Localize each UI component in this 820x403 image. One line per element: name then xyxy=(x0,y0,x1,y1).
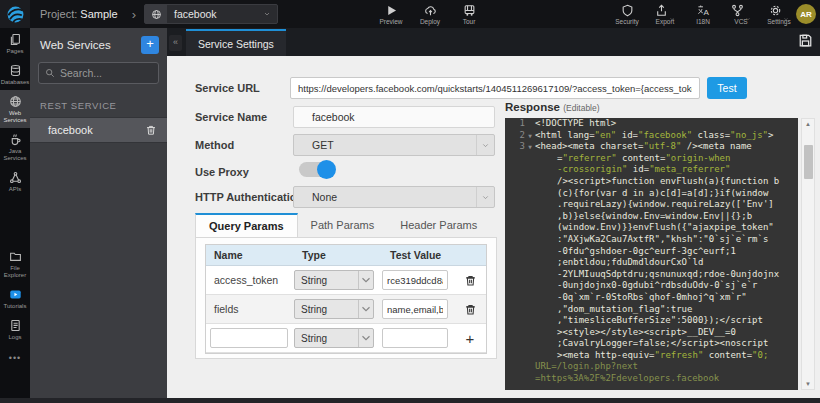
fold-gutter xyxy=(525,234,535,246)
action-label: Export xyxy=(656,18,675,25)
user-avatar[interactable]: AR xyxy=(796,4,816,24)
code-line: -0q`xm`r-0StoRbs`qhof-0mhoj^q`xm`r" xyxy=(505,292,798,304)
add-param-button[interactable]: + xyxy=(466,330,475,347)
wavemaker-logo-icon xyxy=(6,5,25,24)
fold-gutter xyxy=(525,176,535,188)
param-test-value-input[interactable] xyxy=(382,328,448,348)
rail-item-web-services[interactable]: Web Services xyxy=(0,90,30,128)
scroll-down-arrow[interactable]: ▼ xyxy=(802,381,814,387)
code-line: (c){for(var d in a)c[d]=a[d];}if(window xyxy=(505,188,798,200)
project-label: Project: Sample xyxy=(40,8,118,20)
vcs-button[interactable]: VCS xyxy=(728,0,754,28)
fold-gutter xyxy=(525,292,535,304)
project-name: Sample xyxy=(80,8,117,20)
main-tab-bar: « Service Settings xyxy=(167,28,820,56)
search-input[interactable] xyxy=(60,67,160,79)
fold-gutter xyxy=(525,222,535,234)
line-number: 2 xyxy=(505,130,525,142)
delete-service-button[interactable] xyxy=(145,124,157,136)
editor-scrollbar[interactable]: ▲ ▼ xyxy=(801,118,815,390)
fold-marker-icon[interactable]: ▼ xyxy=(525,141,535,153)
tab-path-params[interactable]: Path Params xyxy=(298,213,388,237)
action-label: Security xyxy=(615,18,638,25)
params-table-header: NameTypeTest Value xyxy=(206,245,486,266)
service-url-label: Service URL xyxy=(195,82,260,94)
deploy-button[interactable]: Deploy xyxy=(417,0,443,28)
logs-icon xyxy=(9,319,22,332)
line-number xyxy=(505,222,525,234)
tour-button[interactable]: Tour xyxy=(456,0,482,28)
delete-param-button[interactable] xyxy=(464,274,477,287)
rail-item-label: Web Services xyxy=(0,110,30,124)
tour-icon xyxy=(463,4,476,17)
scroll-up-arrow[interactable]: ▲ xyxy=(802,121,814,127)
test-button[interactable]: Test xyxy=(707,77,747,99)
rail-item-file-explorer[interactable]: File Explorer xyxy=(0,245,30,283)
use-proxy-toggle[interactable] xyxy=(299,162,335,177)
caret-down-icon xyxy=(358,271,373,289)
rail-item-pages[interactable]: Pages xyxy=(0,28,30,59)
new-param-name-input[interactable] xyxy=(210,328,288,348)
rail-item-logs[interactable]: Logs xyxy=(0,314,30,345)
code-line: -crossorigin" id="meta_referrer" xyxy=(505,164,798,176)
param-name: fields xyxy=(206,303,294,315)
code-line: 2▼<html lang="en" id="facebook" class="n… xyxy=(505,130,798,142)
line-number xyxy=(505,373,525,385)
scrollbar-thumb[interactable] xyxy=(804,145,813,179)
param-type-dropdown[interactable]: String xyxy=(294,299,374,319)
rail-item-label: File Explorer xyxy=(0,265,30,279)
line-number xyxy=(505,280,525,292)
code-line: ;enbtldou;fduDmdldourCxO`ld xyxy=(505,257,798,269)
param-type-dropdown[interactable]: String xyxy=(294,328,374,348)
fold-gutter xyxy=(525,327,535,339)
column-header: Test Value xyxy=(382,245,454,265)
service-settings-content: Service URL Test Service Name facebook M… xyxy=(167,56,820,397)
param-test-value-input[interactable] xyxy=(382,270,448,290)
response-code-editor[interactable]: 1<!DOCTYPE html>2▼<html lang="en" id="fa… xyxy=(505,118,798,390)
more-options-button[interactable]: ••• xyxy=(0,353,30,363)
param-type-dropdown[interactable]: String xyxy=(294,270,374,290)
collapse-panel-button[interactable]: « xyxy=(169,35,182,51)
http-auth-dropdown[interactable]: None xyxy=(293,186,495,208)
settings-button[interactable]: Settings xyxy=(766,0,792,28)
export-button[interactable]: Export xyxy=(652,0,678,28)
service-selector-dropdown[interactable]: facebook xyxy=(144,4,278,24)
method-dropdown[interactable]: GET xyxy=(293,134,495,156)
vcs-icon xyxy=(731,4,744,17)
line-number xyxy=(505,153,525,165)
rail-item-java-services[interactable]: Java Services xyxy=(0,128,30,166)
i18n-button[interactable]: AI18N xyxy=(690,0,716,28)
topbar-right-actions: SecurityExportAI18NVCSSettings xyxy=(614,0,792,28)
rail-item-tutorials[interactable]: Tutorials xyxy=(0,283,30,314)
line-number xyxy=(505,338,525,350)
rail-item-apis[interactable]: APIs xyxy=(0,166,30,197)
fold-gutter xyxy=(525,373,535,385)
app-logo[interactable] xyxy=(0,0,30,28)
code-line: -0fdu^gshdoer-0gc^eurf-3gc^eurf;1 xyxy=(505,246,798,258)
tab-header-params[interactable]: Header Params xyxy=(387,213,490,237)
topbar-center-actions: PreviewDeployTour xyxy=(378,0,482,28)
delete-param-button[interactable] xyxy=(464,303,477,316)
save-button[interactable] xyxy=(798,33,813,52)
rail-item-databases[interactable]: Databases xyxy=(0,59,30,90)
caret-down-icon xyxy=(358,300,373,318)
security-button[interactable]: Security xyxy=(614,0,640,28)
action-label: Deploy xyxy=(420,18,440,25)
line-number: 3 xyxy=(505,141,525,153)
code-line: ;CavalryLogger=false;</script><noscript xyxy=(505,338,798,350)
line-number xyxy=(505,269,525,281)
fold-marker-icon[interactable]: ▼ xyxy=(525,130,535,142)
preview-button[interactable]: Preview xyxy=(378,0,404,28)
fold-gutter xyxy=(525,188,535,200)
tab-service-settings[interactable]: Service Settings xyxy=(186,29,286,56)
rail-item-label: Databases xyxy=(1,79,30,86)
rail-item-label: Logs xyxy=(8,334,21,341)
service-item-facebook[interactable]: facebook xyxy=(30,117,167,143)
column-header: Type xyxy=(294,245,382,265)
param-test-value-input[interactable] xyxy=(382,299,448,319)
service-url-input[interactable] xyxy=(290,77,700,99)
search-box[interactable] xyxy=(38,62,159,84)
code-line: 1<!DOCTYPE html> xyxy=(505,118,798,130)
tab-query-params[interactable]: Query Params xyxy=(195,213,298,237)
add-service-button[interactable]: + xyxy=(141,36,159,54)
